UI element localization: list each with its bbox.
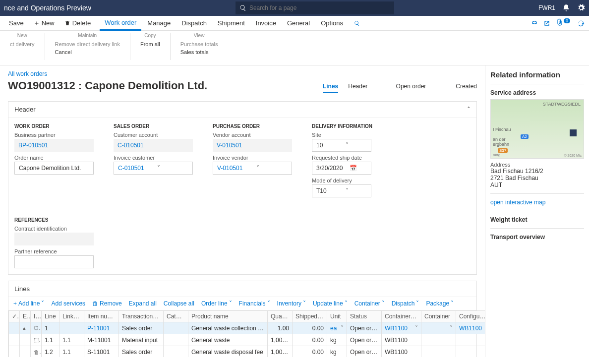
bell-icon[interactable]: [562, 4, 570, 12]
col-container[interactable]: Container: [421, 311, 456, 322]
col-linked[interactable]: Linked to: [59, 311, 84, 322]
col-item[interactable]: Item number: [84, 311, 119, 322]
cell-linked-to[interactable]: [59, 322, 84, 334]
lines-section-toggle[interactable]: Lines: [8, 281, 476, 297]
row-type-icon[interactable]: ⌬: [31, 322, 42, 334]
transport-overview-heading[interactable]: Transport overview: [490, 234, 584, 241]
cell-quantity[interactable]: 1,000.00: [268, 346, 293, 358]
ribbon-item-direct-delivery[interactable]: ct delivery: [10, 41, 35, 47]
cell-linked-to[interactable]: 1.1: [59, 334, 84, 346]
field-customer-account[interactable]: C-010501: [114, 139, 193, 152]
cell-status[interactable]: Open order: [347, 322, 382, 334]
open-interactive-map-link[interactable]: open interactive map: [490, 199, 584, 206]
ribbon-item-from-all[interactable]: From all: [140, 41, 160, 47]
row-checkbox[interactable]: [9, 322, 20, 334]
cell-container-type[interactable]: WB1100: [382, 334, 421, 346]
cell-quantity[interactable]: 1.00: [268, 322, 293, 334]
field-contract-id[interactable]: [14, 233, 94, 245]
col-config[interactable]: Configuration: [456, 311, 485, 322]
row-expand[interactable]: [20, 334, 31, 346]
link-icon[interactable]: [530, 19, 538, 27]
cell-product-name[interactable]: General waste collection / Gene...: [188, 322, 268, 334]
field-mode-of-delivery[interactable]: T10˅: [312, 184, 371, 197]
cell-container-type[interactable]: WB1100 ˅: [382, 322, 421, 334]
cell-linked-to[interactable]: 1.1: [59, 346, 84, 358]
btn-inventory[interactable]: Inventory˅: [277, 300, 306, 307]
cell-transaction-type[interactable]: Sales order: [119, 322, 164, 334]
table-row[interactable]: ⬚1.11.1M-11001Material inputGeneral wast…: [9, 334, 485, 346]
col-line[interactable]: Line: [42, 311, 59, 322]
field-order-name[interactable]: Capone Demolition Ltd.: [14, 162, 94, 175]
chevron-down-icon[interactable]: ˅: [343, 187, 371, 194]
weight-ticket-heading[interactable]: Weight ticket: [490, 216, 584, 223]
ribbon-item-cancel[interactable]: Cancel: [55, 49, 120, 55]
ribbon-item-purchase-totals[interactable]: Purchase totals: [180, 41, 218, 47]
table-row[interactable]: 🗑1.21.1S-11001Sales orderGeneral waste d…: [9, 346, 485, 358]
row-checkbox[interactable]: [9, 334, 20, 346]
field-business-partner[interactable]: BP-010501: [14, 139, 94, 152]
delete-button[interactable]: Delete: [59, 16, 96, 31]
cell-transaction-type[interactable]: Sales order: [119, 346, 164, 358]
btn-update-line[interactable]: Update line˅: [313, 300, 348, 307]
col-qty[interactable]: Quantity: [268, 311, 293, 322]
cell-item-number[interactable]: P-11001: [84, 322, 119, 334]
cell-shipped-quantity[interactable]: 0.00: [293, 322, 327, 334]
btn-expand-all[interactable]: Expand all: [129, 300, 157, 307]
col-ttype[interactable]: Transaction type: [119, 311, 164, 322]
cell-category[interactable]: [164, 346, 188, 358]
ribbon-item-remove-delivery-link[interactable]: Remove direct delivery link: [55, 41, 120, 47]
tab-dispatch[interactable]: Dispatch: [177, 16, 212, 31]
company-code[interactable]: FWR1: [538, 4, 555, 11]
btn-package[interactable]: Package˅: [426, 300, 454, 307]
btn-remove[interactable]: 🗑Remove: [92, 300, 122, 307]
cell-product-name[interactable]: General waste: [188, 334, 268, 346]
cell-shipped-quantity[interactable]: 0.00: [293, 346, 327, 358]
field-site[interactable]: 10˅: [312, 139, 371, 152]
cell-unit[interactable]: ea ˅: [327, 322, 347, 334]
cell-unit[interactable]: kg: [327, 334, 347, 346]
header-section-toggle[interactable]: Header ˄: [8, 102, 476, 118]
tab-shipment[interactable]: Shipment: [213, 16, 250, 31]
cell-category[interactable]: [164, 322, 188, 334]
new-button[interactable]: New: [29, 16, 59, 31]
field-vendor-account[interactable]: V-010501: [213, 139, 292, 152]
btn-add-line[interactable]: +Add line˅: [13, 300, 44, 307]
cell-configuration[interactable]: [456, 346, 485, 358]
tab-invoice[interactable]: Invoice: [251, 16, 281, 31]
col-container-type[interactable]: Container type: [382, 311, 421, 322]
cell-container[interactable]: ˅: [421, 322, 456, 334]
cell-status[interactable]: Open order: [347, 334, 382, 346]
tab-manage[interactable]: Manage: [142, 16, 176, 31]
cell-shipped-quantity[interactable]: 0.00: [293, 334, 327, 346]
cell-line[interactable]: 1: [42, 322, 59, 334]
cell-configuration[interactable]: [456, 334, 485, 346]
gear-icon[interactable]: [577, 4, 585, 12]
breadcrumb[interactable]: All work orders: [8, 70, 477, 77]
map-thumbnail[interactable]: STADTWEGSIEDL I Fischau an der ergbahn A…: [490, 99, 584, 159]
attachments-button[interactable]: 0: [556, 18, 572, 28]
cell-item-number[interactable]: M-11001: [84, 334, 119, 346]
row-checkbox[interactable]: [9, 346, 20, 358]
page-tab-lines[interactable]: Lines: [323, 83, 338, 93]
page-action-open-order[interactable]: Open order: [396, 83, 426, 93]
tab-work-order[interactable]: Work order: [100, 16, 141, 31]
refresh-icon[interactable]: [577, 19, 585, 27]
col-product-name[interactable]: Product name: [188, 311, 268, 322]
col-shipped-qty[interactable]: Shipped quantity: [293, 311, 327, 322]
col-status[interactable]: Status: [347, 311, 382, 322]
calendar-icon[interactable]: 📅: [347, 165, 371, 172]
chevron-down-icon[interactable]: ˅: [253, 165, 292, 172]
col-unit[interactable]: Unit: [327, 311, 347, 322]
btn-container[interactable]: Container˅: [354, 300, 385, 307]
cell-product-name[interactable]: General waste disposal fee: [188, 346, 268, 358]
col-expand[interactable]: E...: [20, 311, 31, 322]
cell-category[interactable]: [164, 334, 188, 346]
col-icon[interactable]: It...: [31, 311, 42, 322]
page-tab-header[interactable]: Header: [348, 83, 367, 93]
cell-transaction-type[interactable]: Material input: [119, 334, 164, 346]
field-partner-reference[interactable]: [14, 255, 94, 268]
table-row[interactable]: ▴⌬1P-11001Sales orderGeneral waste colle…: [9, 322, 485, 334]
cell-item-number[interactable]: S-11001: [84, 346, 119, 358]
tab-options[interactable]: Options: [316, 16, 348, 31]
field-invoice-vendor[interactable]: V-010501˅: [213, 162, 292, 175]
